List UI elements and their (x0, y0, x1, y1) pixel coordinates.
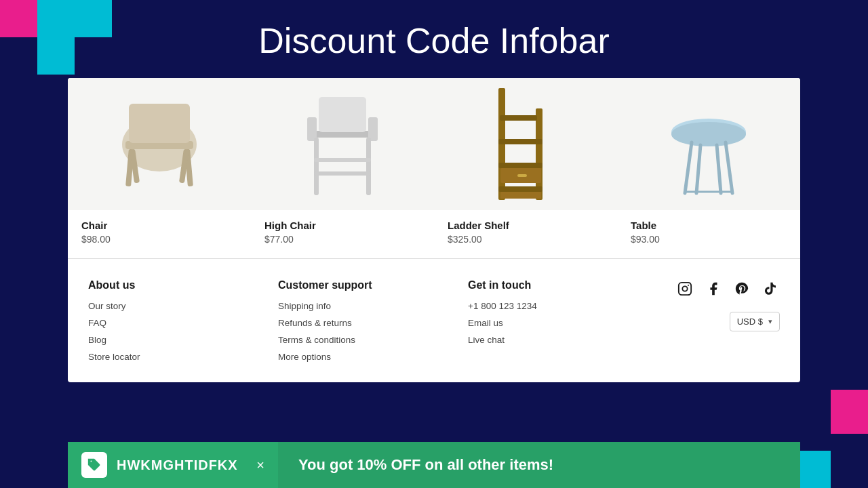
tiktok-icon[interactable] (761, 279, 780, 298)
svg-point-29 (671, 122, 746, 146)
svg-rect-20 (536, 108, 542, 200)
tag-icon (81, 452, 107, 478)
currency-selector[interactable]: USD $ ▾ (730, 312, 780, 331)
footer-contact: Get in touch +1 800 123 1234 Email us Li… (468, 279, 658, 369)
footer-link-more[interactable]: More options (278, 352, 468, 362)
footer-phone[interactable]: +1 800 123 1234 (468, 301, 658, 311)
footer-link-refunds[interactable]: Refunds & returns (278, 318, 468, 328)
discount-infobar: HWKMGHTIDFKX × You got 10% OFF on all ot… (68, 442, 800, 488)
product-item-chair[interactable]: Chair $98.00 (68, 78, 251, 258)
page-title: Discount Code Infobar (0, 0, 868, 78)
svg-rect-27 (517, 174, 527, 177)
product-image-table (617, 78, 800, 210)
footer-link-faq[interactable]: FAQ (88, 318, 278, 328)
svg-rect-23 (498, 139, 542, 144)
svg-rect-13 (307, 117, 317, 141)
discount-code-text: HWKMGHTIDFKX (117, 458, 247, 473)
svg-rect-22 (498, 163, 542, 168)
footer-link-terms[interactable]: Terms & conditions (278, 335, 468, 345)
svg-rect-6 (129, 104, 190, 143)
product-name-table: Table (631, 220, 787, 231)
product-name-chair: Chair (81, 220, 237, 231)
footer-link-shipping[interactable]: Shipping info (278, 301, 468, 311)
product-price-highchair: $77.00 (264, 234, 420, 245)
content-card: Chair $98.00 (68, 78, 800, 382)
corner-decoration-br-pink (831, 390, 868, 434)
svg-rect-16 (366, 138, 371, 195)
product-info-highchair: High Chair $77.00 (251, 210, 434, 245)
pinterest-icon[interactable] (732, 279, 751, 298)
svg-line-30 (685, 142, 692, 193)
svg-rect-26 (500, 192, 541, 199)
close-discount-button[interactable]: × (256, 458, 264, 473)
footer-about: About us Our story FAQ Blog Store locato… (88, 279, 278, 369)
product-price-table: $93.00 (631, 234, 787, 245)
footer-link-story[interactable]: Our story (88, 301, 278, 311)
social-icons (675, 279, 780, 298)
svg-rect-21 (498, 186, 542, 192)
product-image-chair (68, 78, 251, 210)
footer-social-col: USD $ ▾ (658, 279, 780, 369)
discount-code-section: HWKMGHTIDFKX × (68, 442, 278, 488)
footer-support-title: Customer support (278, 279, 468, 291)
product-item-table[interactable]: Table $93.00 (617, 78, 800, 258)
svg-rect-18 (314, 158, 371, 162)
svg-rect-14 (368, 117, 378, 141)
svg-line-32 (696, 145, 701, 193)
footer-support: Customer support Shipping info Refunds &… (278, 279, 468, 369)
svg-rect-35 (679, 283, 691, 295)
product-info-shelf: Ladder Shelf $325.00 (434, 210, 617, 245)
footer-link-store[interactable]: Store locator (88, 352, 278, 362)
svg-rect-12 (319, 97, 366, 132)
svg-rect-15 (314, 138, 319, 195)
svg-point-37 (688, 285, 689, 286)
footer-about-title: About us (88, 279, 278, 291)
footer-link-blog[interactable]: Blog (88, 335, 278, 345)
product-info-chair: Chair $98.00 (68, 210, 251, 245)
product-image-highchair (251, 78, 434, 210)
instagram-icon[interactable] (675, 279, 694, 298)
product-name-highchair: High Chair (264, 220, 420, 231)
product-info-table: Table $93.00 (617, 210, 800, 245)
chevron-down-icon: ▾ (768, 317, 772, 326)
product-name-shelf: Ladder Shelf (448, 220, 604, 231)
svg-line-33 (717, 145, 721, 193)
product-price-chair: $98.00 (81, 234, 237, 245)
svg-rect-17 (314, 171, 371, 176)
footer-email[interactable]: Email us (468, 318, 658, 328)
product-image-shelf (434, 78, 617, 210)
footer-livechat[interactable]: Live chat (468, 335, 658, 345)
footer-section: About us Our story FAQ Blog Store locato… (68, 258, 800, 382)
product-item-highchair[interactable]: High Chair $77.00 (251, 78, 434, 258)
discount-message-section: You got 10% OFF on all other items! (278, 442, 800, 488)
product-price-shelf: $325.00 (448, 234, 604, 245)
svg-rect-24 (500, 115, 537, 121)
svg-point-36 (682, 286, 687, 291)
footer-contact-title: Get in touch (468, 279, 658, 291)
facebook-icon[interactable] (704, 279, 723, 298)
currency-label: USD $ (737, 317, 763, 327)
products-section: Chair $98.00 (68, 78, 800, 258)
discount-message-text: You got 10% OFF on all other items! (298, 456, 553, 474)
product-item-shelf[interactable]: Ladder Shelf $325.00 (434, 78, 617, 258)
svg-line-31 (726, 142, 732, 193)
